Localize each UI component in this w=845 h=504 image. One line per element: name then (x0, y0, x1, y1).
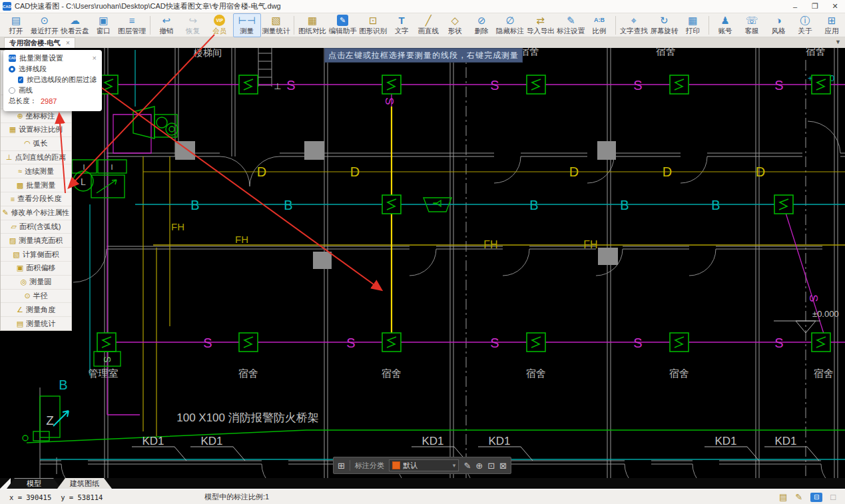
b-label: B (59, 378, 67, 392)
switch-symbols (97, 75, 830, 352)
sidebar-item-radius[interactable]: ⊙半径 (1, 289, 71, 303)
rotate-screen-button[interactable]: ↻屏幕旋转 (649, 14, 680, 37)
annotation-settings-button[interactable]: ✎标注设置 (555, 14, 586, 37)
s-label: S (203, 336, 212, 350)
window-icon: ▣ (99, 15, 108, 26)
sidebar-item-measure-circle[interactable]: ◎测量圆 (1, 275, 71, 289)
print-icon: ▦ (688, 15, 697, 26)
vip-button[interactable]: VIP会员 (206, 14, 233, 37)
s-label: S (633, 78, 642, 93)
z-label: Z (46, 413, 54, 427)
stair-label: 楼梯间 (193, 48, 222, 58)
doc-icon[interactable]: ▤ (779, 492, 787, 502)
b-circuit-row: B B B B B B (40, 50, 845, 459)
draw-line-radio[interactable] (9, 87, 15, 94)
compare-button[interactable]: ▦图纸对比 (297, 14, 328, 37)
level-zero-label: ±0.000 (812, 309, 839, 319)
sidebar-item-point-to-line[interactable]: ⊥点到直线的距离 (1, 150, 71, 164)
room-label-top: 宿舍 (806, 48, 826, 57)
s-rotated-label: S (807, 294, 820, 302)
edit-doc-icon[interactable]: ✎ (795, 492, 802, 502)
room-label: 宿舍 (526, 368, 546, 379)
undo-button[interactable]: ↩撤销 (153, 14, 180, 37)
window-mode-icon[interactable]: □ (830, 492, 836, 502)
measure-button[interactable]: ⊢⊣测量 (233, 13, 261, 37)
layers-button[interactable]: ≡图层管理 (117, 14, 147, 37)
style-button[interactable]: ◑风格 (765, 14, 792, 37)
d-label: D (756, 164, 765, 179)
measure-stats-icon: ▧ (271, 15, 280, 26)
b-label: B (620, 198, 629, 212)
support-button[interactable]: ☏客服 (738, 14, 765, 37)
sidebar-item-scale-setting[interactable]: ▦设置标注比例 (1, 123, 71, 136)
sidebar-item-measure-angle[interactable]: ∠测量角度 (1, 302, 71, 316)
sidebar-item-area-arc[interactable]: ▱面积(含弧线) (1, 220, 71, 234)
cloud-button[interactable]: ☁快看云盘 (60, 14, 91, 37)
apps-button[interactable]: ⊞应用 (818, 14, 845, 37)
recent-button[interactable]: ⊙最近打开 (29, 14, 60, 37)
shapes-icon: ◇ (451, 15, 459, 26)
toolbar-divider (150, 16, 150, 35)
shape-recognition-button[interactable]: ⊡图形识别 (358, 14, 389, 37)
category-dropdown[interactable]: 默认 ▾ (389, 459, 459, 471)
about-icon: ⓘ (800, 15, 810, 26)
sidebar-item-area-offset[interactable]: ▣面积偏移 (1, 261, 71, 275)
print-button[interactable]: ▦打印 (679, 14, 706, 37)
move-icon[interactable]: ⊕ (475, 461, 483, 471)
tab-model[interactable]: 模型 (7, 478, 61, 489)
s-label: S (346, 336, 355, 350)
hide-annotations-button[interactable]: ∅隐藏标注 (495, 14, 525, 37)
text-search-button[interactable]: ⌖文字查找 (619, 14, 649, 37)
sidebar-item-edit-annotation[interactable]: ✎修改单个标注属性 (1, 206, 71, 220)
tab-architectural[interactable]: 建筑图纸 (57, 478, 112, 489)
text-button[interactable]: T文字 (388, 14, 415, 37)
sidebar-item-segment-length[interactable]: ≡查看分段长度 (1, 192, 71, 206)
select-segment-radio[interactable] (9, 66, 15, 73)
delete-button[interactable]: ⊘删除 (468, 14, 495, 37)
edit-annotation-icon[interactable]: ✎ (463, 461, 471, 471)
account-button[interactable]: ♟账号 (712, 14, 738, 37)
layer-filter-checkbox[interactable]: ✓ (18, 77, 23, 83)
document-tab[interactable]: 专用宿舍楼-电气 × (4, 37, 75, 48)
import-export-button[interactable]: ⇄导入导出 (525, 14, 556, 37)
coord-x: x = 390415 (9, 493, 51, 501)
draw-line-button[interactable]: ╱画直线 (415, 14, 441, 37)
tab-overflow-icon[interactable]: ▼ (835, 39, 841, 45)
shapes-button[interactable]: ◇形状 (441, 14, 468, 37)
edit-assistant-button[interactable]: ✎编辑助手 (328, 14, 358, 37)
import-export-icon: ⇄ (536, 15, 545, 26)
drawing-canvas[interactable]: D D D D D FH FH FH FH (0, 48, 845, 478)
lock-icon[interactable]: ⊠ (499, 461, 507, 471)
ground-symbol: ⊥ (274, 81, 281, 91)
area-icon: ▱ (11, 222, 17, 231)
text-icon: T (399, 15, 405, 26)
scale-icon: A:B (594, 15, 605, 26)
copy-icon[interactable]: ⊡ (487, 461, 495, 471)
scale-button[interactable]: A:B比例 (586, 14, 613, 37)
arc-icon: ◠ (24, 139, 31, 148)
kd1-label: KD1 (142, 435, 164, 447)
measure-stats-button[interactable]: ▧测量统计 (261, 14, 292, 37)
sidebar-item-measure-stats[interactable]: ▤测量统计 (1, 316, 71, 330)
edit-assistant-icon: ✎ (337, 15, 348, 26)
open-button[interactable]: ▤打开 (3, 14, 29, 37)
redo-button[interactable]: ↪恢复 (180, 14, 206, 37)
about-button[interactable]: ⓘ关于 (792, 14, 818, 37)
close-button[interactable]: ✕ (825, 0, 845, 13)
sidebar-item-batch-measure[interactable]: ▩批量测量 (1, 178, 71, 192)
sidebar-item-fill-area[interactable]: ▨测量填充面积 (1, 233, 71, 247)
annotation-toolbar: ⊞ 标注分类 默认 ▾ ✎ ⊕ ⊡ ⊠ (333, 457, 511, 474)
tab-close-icon[interactable]: × (66, 39, 70, 47)
minimize-button[interactable]: – (785, 0, 805, 13)
annotation-category-label: 标注分类 (355, 461, 384, 471)
sidebar-item-arc-length[interactable]: ◠弧长 (1, 136, 71, 150)
coord-y: y = 538114 (61, 493, 103, 501)
room-label: 宿舍 (669, 368, 689, 379)
maximize-button[interactable]: ❐ (805, 0, 825, 13)
window-button[interactable]: ▣窗口 (90, 14, 117, 37)
blue-badge-icon[interactable]: ⊟ (810, 493, 822, 502)
sidebar-item-side-area[interactable]: ▧计算侧面积 (1, 247, 71, 261)
sidebar-item-continuous-measure[interactable]: ≈连续测量 (1, 164, 71, 178)
dialog-close-icon[interactable]: × (93, 54, 97, 62)
grid-icon[interactable]: ⊞ (338, 461, 345, 471)
